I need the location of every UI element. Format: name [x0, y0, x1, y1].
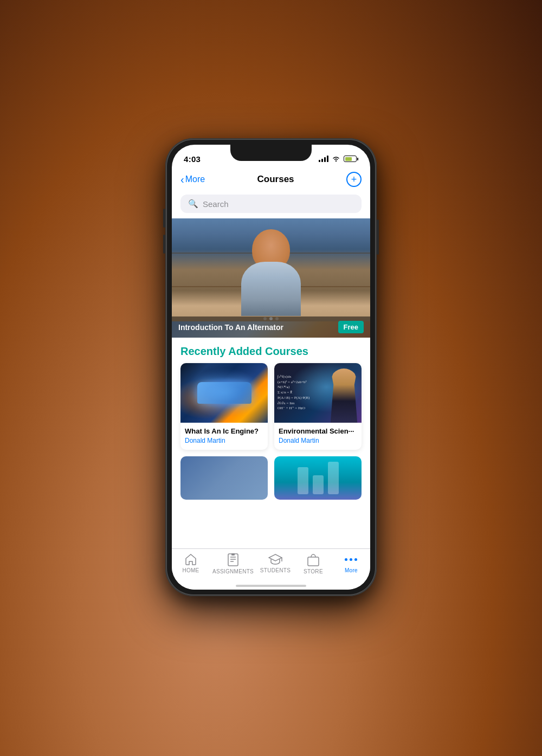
course-thumbnail-1	[180, 363, 268, 423]
back-label: More	[185, 175, 205, 184]
person-silhouette	[329, 369, 359, 423]
course-thumb-bottom-2	[274, 456, 362, 500]
hero-caption: Introduction To An Alternator Free	[172, 316, 370, 338]
course-thumb-bottom-1	[180, 456, 268, 500]
search-container: 🔍 Search	[172, 191, 370, 218]
svg-rect-5	[231, 553, 235, 555]
hero-course-title: Introduction To An Alternator	[178, 323, 283, 332]
tab-more[interactable]: More	[335, 553, 367, 573]
svg-rect-7	[308, 557, 319, 566]
scroll-content: Introduction To An Alternator Free Recen…	[172, 218, 370, 548]
hero-badge: Free	[338, 321, 364, 333]
tab-home[interactable]: HOME	[175, 553, 207, 573]
tab-home-label: HOME	[182, 567, 199, 573]
phone-screen: 4:03	[172, 145, 370, 590]
hero-person-body	[241, 262, 301, 316]
tab-bar: HOME ASSIGNMENTS STUDENTS	[172, 548, 370, 585]
students-icon	[268, 553, 282, 565]
assignments-icon	[227, 553, 239, 566]
chevron-left-icon: ‹	[180, 174, 184, 185]
course-author-1: Donald Martin	[185, 437, 263, 444]
power-button	[377, 219, 379, 255]
tab-assignments[interactable]: ASSIGNMENTS	[212, 553, 254, 574]
course-author-2: Donald Martin	[279, 437, 357, 444]
tab-students-label: STUDENTS	[260, 567, 291, 573]
car-body	[197, 382, 251, 404]
course-row-bottom	[172, 450, 370, 504]
add-button[interactable]: +	[346, 172, 362, 187]
store-icon	[307, 553, 319, 566]
search-bar[interactable]: 🔍 Search	[180, 195, 362, 213]
course-thumbnail-2: ∫ₐᵇf(x)dx (a+b)² = a²+2ab+b² N(C⁴/₄) Σ x…	[274, 363, 362, 423]
car-illustration	[180, 363, 268, 423]
course-name-2: Environmental Scien···	[279, 427, 357, 435]
course-info-2: Environmental Scien··· Donald Martin	[274, 423, 362, 450]
course-grid: What Is An Ic Engine? Donald Martin ∫ₐᵇf…	[172, 363, 370, 450]
course-info-1: What Is An Ic Engine? Donald Martin	[180, 423, 268, 450]
course-card-bottom-2[interactable]	[274, 456, 362, 500]
car-glow	[192, 377, 257, 409]
battery-icon	[344, 156, 358, 162]
math-equations: ∫ₐᵇf(x)dx (a+b)² = a²+2ab+b² N(C⁴/₄) Σ x…	[278, 374, 309, 412]
home-icon	[184, 553, 197, 565]
more-dots-icon	[345, 553, 357, 565]
tab-more-label: More	[345, 567, 358, 573]
page-title: Courses	[257, 174, 294, 185]
search-icon: 🔍	[188, 199, 198, 209]
course-card-2[interactable]: ∫ₐᵇf(x)dx (a+b)² = a²+2ab+b² N(C⁴/₄) Σ x…	[274, 363, 362, 450]
plus-icon: +	[351, 175, 357, 184]
tab-store[interactable]: STORE	[297, 553, 330, 574]
back-button[interactable]: ‹ More	[180, 174, 205, 185]
wifi-icon	[332, 156, 340, 162]
status-icons	[319, 156, 358, 162]
course-name-1: What Is An Ic Engine?	[185, 427, 263, 435]
tab-students[interactable]: STUDENTS	[259, 553, 292, 573]
course-card-1[interactable]: What Is An Ic Engine? Donald Martin	[180, 363, 268, 450]
home-indicator	[172, 585, 370, 590]
course-card-bottom-1[interactable]	[180, 456, 268, 500]
section-title: Recently Added Courses	[172, 338, 370, 363]
search-placeholder: Search	[203, 199, 229, 209]
hero-banner[interactable]: Introduction To An Alternator Free	[172, 218, 370, 338]
tab-store-label: STORE	[304, 568, 323, 574]
recently-added-section: Recently Added Courses What Is	[172, 338, 370, 504]
home-bar	[236, 585, 306, 587]
navigation-bar: ‹ More Courses +	[172, 169, 370, 191]
signal-icon	[319, 156, 328, 162]
tab-assignments-label: ASSIGNMENTS	[212, 568, 254, 574]
notch	[230, 145, 312, 161]
volume-down-button	[163, 235, 165, 254]
volume-up-button	[163, 209, 165, 228]
phone-device: 4:03	[165, 138, 377, 596]
svg-point-0	[335, 160, 337, 161]
status-time: 4:03	[184, 154, 201, 164]
svg-rect-1	[228, 554, 238, 566]
